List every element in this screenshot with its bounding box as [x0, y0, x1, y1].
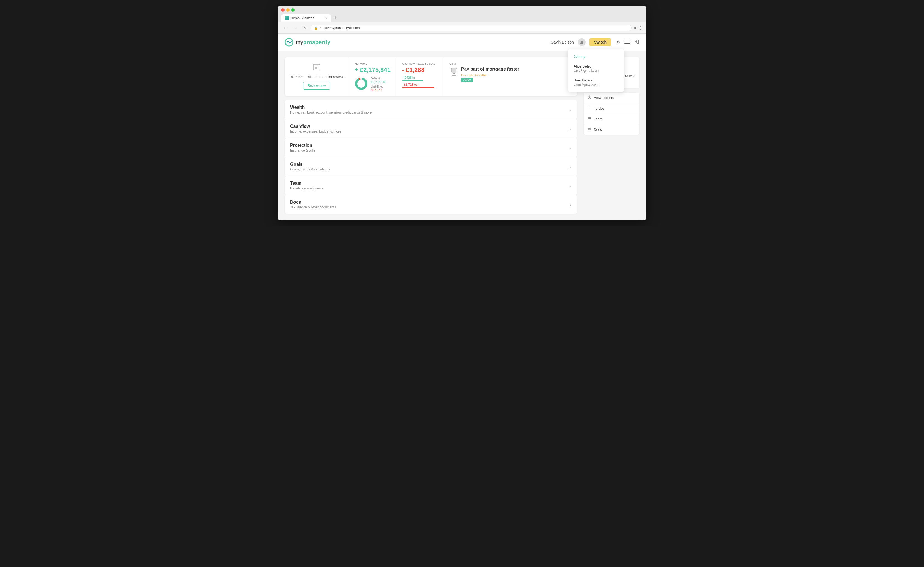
section-wealth[interactable]: Wealth Home, car, bank account, pension,…	[285, 100, 577, 119]
cashflow-label: Cashflow – Last 30 days	[402, 62, 438, 65]
section-cashflow-text: Cashflow Income, expenses, budget & more	[290, 124, 341, 134]
svg-point-20	[588, 117, 590, 118]
browser-window: Demo Business × + ← → ↻ 🔒 https://mypros…	[278, 6, 646, 220]
section-docs-text: Docs Tax, advice & other documents	[290, 200, 336, 209]
settings-button[interactable]	[615, 39, 621, 46]
cashflow-bar-in	[402, 80, 423, 81]
team-icon	[588, 117, 591, 122]
section-goals-title: Goals	[290, 162, 330, 167]
logout-button[interactable]	[634, 39, 639, 46]
section-goals[interactable]: Goals Goals, to-dos & calculators ⌄	[285, 158, 577, 176]
sidebar-menu-team[interactable]: Team	[584, 114, 639, 124]
section-wealth-sub: Home, car, bank account, pension, credit…	[290, 111, 372, 114]
reload-button[interactable]: ↻	[301, 25, 308, 31]
chart-icon	[588, 95, 591, 100]
tab-title: Demo Business	[291, 16, 314, 20]
switch-button[interactable]: Switch	[590, 38, 611, 46]
dropdown-user-name-alice: Alice Belson	[574, 64, 618, 68]
goal-badge: Active	[461, 78, 473, 82]
url-text: https://myprosperityuk.com	[320, 26, 360, 30]
section-protection[interactable]: Protection Insurance & wills ⌄	[285, 138, 577, 157]
active-tab[interactable]: Demo Business ×	[281, 14, 332, 22]
section-protection-sub: Insurance & wills	[290, 148, 315, 152]
svg-rect-13	[452, 75, 456, 76]
dropdown-user-email-alice: alice@gmail.com	[574, 69, 618, 72]
cashflow-bars: + £425 in - £1,713 out	[402, 76, 438, 88]
lock-icon: 🔒	[314, 26, 318, 30]
review-card: Take the 1 minute financial review. Revi…	[285, 57, 349, 96]
tab-favicon	[285, 16, 289, 20]
section-team-title: Team	[290, 181, 323, 186]
docs-label: Docs	[594, 128, 602, 132]
networth-details: Assets £2,263,118 Liabilities £87,277	[371, 76, 386, 92]
tab-bar: Demo Business × +	[281, 14, 643, 22]
logo-icon	[285, 38, 294, 46]
browser-titlebar: Demo Business × +	[278, 6, 646, 22]
goal-due-date: 8/5/2049	[476, 74, 488, 77]
review-icon	[313, 64, 321, 72]
browser-toolbar: ← → ↻ 🔒 https://myprosperityuk.com ● ⋮	[278, 22, 646, 34]
section-goals-sub: Goals, to-dos & calculators	[290, 167, 330, 171]
toolbar-actions: ● ⋮	[634, 26, 643, 31]
sidebar-menu-docs[interactable]: Docs	[584, 124, 639, 135]
new-tab-button[interactable]: +	[332, 14, 339, 22]
cashflow-value: - £1,288	[402, 66, 438, 74]
dropdown-item-sam[interactable]: Sam Belson sam@gmail.com	[568, 75, 624, 89]
dropdown-item-alice[interactable]: Alice Belson alice@gmail.com	[568, 62, 624, 75]
liabilities-label: Liabilities	[371, 85, 386, 88]
svg-rect-4	[624, 43, 630, 44]
trophy-icon	[450, 68, 458, 80]
app-header: myprosperity Gavin Belson Switch	[278, 34, 646, 51]
section-team-text: Team Details, groups/guests	[290, 181, 323, 190]
todos-label: To-dos	[594, 106, 604, 111]
svg-rect-2	[624, 40, 630, 40]
minimize-traffic-light[interactable]	[286, 8, 290, 12]
sidebar-menu: View reports To-dos	[584, 93, 639, 135]
section-list: Wealth Home, car, bank account, pension,…	[285, 100, 577, 214]
sidebar-menu-view-reports[interactable]: View reports	[584, 93, 639, 103]
forward-button[interactable]: →	[291, 25, 299, 31]
section-wealth-text: Wealth Home, car, bank account, pension,…	[290, 105, 372, 114]
sidebar-menu-todos[interactable]: To-dos	[584, 103, 639, 114]
donut-chart-svg	[355, 77, 368, 90]
networth-value: + £2,175,841	[355, 66, 391, 74]
address-bar[interactable]: 🔒 https://myprosperityuk.com	[310, 24, 632, 31]
svg-rect-3	[624, 42, 630, 42]
dropdown-item-johnny[interactable]: Johnny	[568, 52, 624, 62]
section-wealth-title: Wealth	[290, 105, 372, 110]
svg-point-23	[590, 128, 591, 129]
dropdown-user-email-sam: sam@gmail.com	[574, 82, 618, 87]
view-reports-label: View reports	[594, 96, 614, 100]
extensions-icon[interactable]: ●	[634, 26, 637, 31]
section-docs[interactable]: Docs Tax, advice & other documents ›	[285, 195, 577, 214]
assets-value: £2,263,118	[371, 80, 386, 84]
goal-due: Due date: 8/5/2049	[461, 74, 519, 77]
goal-content: Pay part of mortgage faster Due date: 8/…	[450, 66, 519, 82]
review-now-button[interactable]: Review now	[303, 82, 331, 90]
section-team-sub: Details, groups/guests	[290, 186, 323, 190]
maximize-traffic-light[interactable]	[291, 8, 295, 12]
dropdown-user-name-johnny: Johnny	[574, 54, 618, 58]
user-avatar-icon[interactable]	[578, 38, 586, 46]
user-name: Gavin Belson	[551, 40, 574, 44]
goal-card: Goal Pay part of	[444, 57, 525, 96]
cashflow-in-label: + £425 in	[402, 76, 438, 79]
svg-point-22	[588, 128, 590, 129]
section-docs-title: Docs	[290, 200, 336, 205]
chevron-down-icon: ⌄	[568, 107, 572, 112]
app-content: myprosperity Gavin Belson Switch	[278, 34, 646, 220]
chevron-down-icon: ⌄	[568, 164, 572, 170]
cashflow-out-label: - £1,713 out	[402, 83, 438, 86]
section-cashflow[interactable]: Cashflow Income, expenses, budget & more…	[285, 119, 577, 138]
section-team[interactable]: Team Details, groups/guests ⌄	[285, 176, 577, 195]
chevron-down-icon: ⌄	[568, 145, 572, 150]
dropdown-user-name-sam: Sam Belson	[574, 78, 618, 82]
tab-close-button[interactable]: ×	[325, 16, 327, 20]
team-label: Team	[594, 117, 603, 121]
hamburger-menu-button[interactable]	[624, 39, 630, 45]
traffic-lights	[281, 8, 643, 12]
section-cashflow-title: Cashflow	[290, 124, 341, 129]
back-button[interactable]: ←	[281, 25, 289, 31]
close-traffic-light[interactable]	[281, 8, 285, 12]
more-icon[interactable]: ⋮	[638, 26, 643, 31]
